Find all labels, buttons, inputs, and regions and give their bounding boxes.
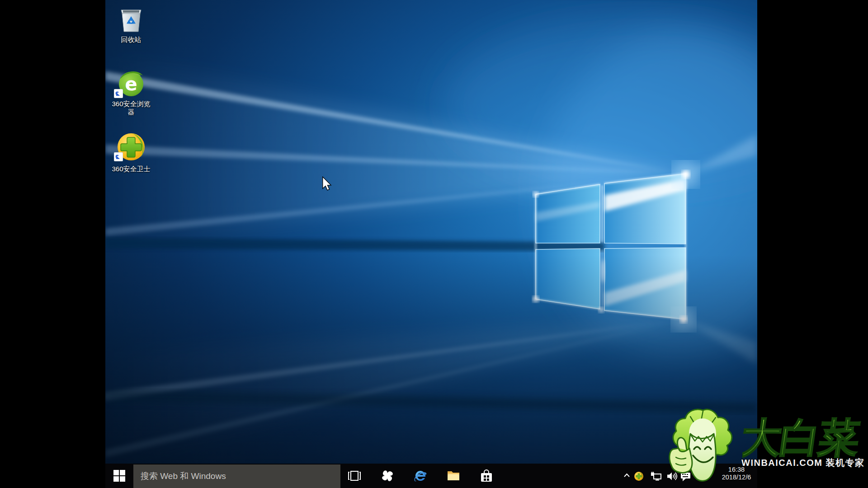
desktop-icon-recycle-bin[interactable]: 回收站 [108, 5, 155, 44]
desktop-screen: 回收站 e 360安全浏览器 [105, 0, 757, 488]
internet-explorer-button[interactable] [410, 464, 430, 488]
chevron-up-icon [623, 473, 630, 478]
pinwheel-app-button[interactable] [377, 464, 397, 488]
mouse-cursor [321, 176, 332, 191]
windows-store-button[interactable] [476, 464, 496, 488]
tray-show-hidden-icons[interactable] [623, 473, 630, 478]
shortcut-arrow-badge [114, 152, 123, 161]
network-ethernet-icon [651, 472, 661, 481]
tray-network[interactable] [651, 472, 661, 481]
search-input[interactable] [133, 471, 340, 481]
pinwheel-icon [381, 469, 394, 483]
360-guard-tray-icon [634, 471, 644, 481]
task-view-icon [348, 470, 361, 482]
tray-360-guard[interactable] [634, 471, 644, 481]
internet-explorer-icon [413, 469, 428, 483]
desktop-icon-360-browser[interactable]: e 360安全浏览器 [108, 69, 155, 116]
taskbar: 英 16:38 2018/12/6 [105, 464, 757, 488]
recycle-bin-label: 回收站 [108, 36, 155, 44]
desktop-icon-360-guard[interactable]: 360安全卫士 [108, 132, 155, 173]
360-browser-label: 360安全浏览器 [109, 100, 153, 116]
file-explorer-icon [447, 470, 460, 482]
task-view-button[interactable] [344, 464, 364, 488]
brand-logo: 大白菜 [742, 410, 868, 461]
file-explorer-button[interactable] [443, 464, 463, 488]
recycle-bin-icon [118, 5, 144, 33]
store-icon [481, 469, 492, 483]
brand-text: 大白菜 [742, 414, 863, 461]
svg-text:e: e [125, 74, 137, 94]
taskbar-search-box[interactable] [133, 465, 340, 488]
cabbage-mascot [667, 407, 737, 487]
windows-logo-icon [113, 470, 125, 482]
shortcut-arrow-badge [114, 89, 123, 98]
360-guard-label: 360安全卫士 [108, 165, 155, 173]
windows-hero-wallpaper [105, 0, 757, 464]
start-button[interactable] [105, 464, 133, 488]
brand-site-text: WINBAICAI.COM 装机专家 [741, 457, 868, 469]
